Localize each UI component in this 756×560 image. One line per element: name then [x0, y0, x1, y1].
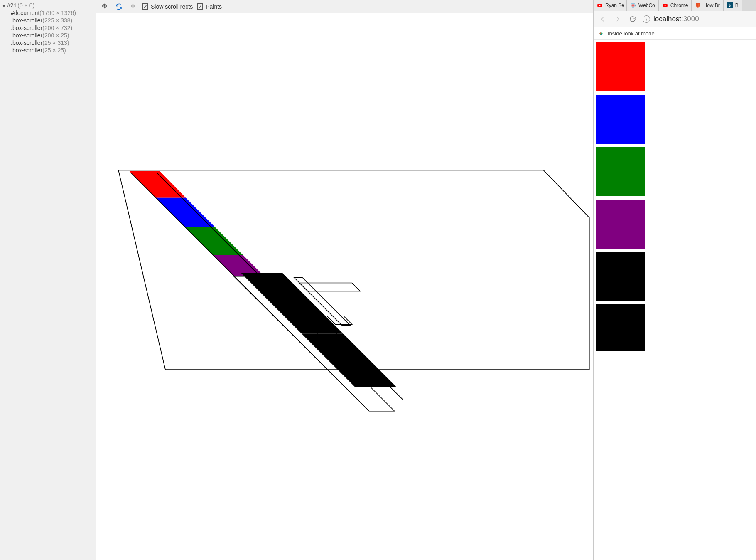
svg-marker-1 — [130, 171, 186, 198]
box-purple — [596, 200, 645, 249]
tree-node-dims: (25 × 25) — [42, 47, 66, 54]
box-blue — [596, 95, 645, 144]
svg-marker-3 — [184, 227, 243, 255]
layers-panel: Slow scroll rects Paints — [96, 0, 593, 560]
rotate-mode-button[interactable] — [114, 2, 124, 12]
box-scroller[interactable] — [596, 252, 658, 351]
box-black — [596, 252, 645, 301]
tree-row[interactable]: .box-scroller(200 × 25) — [11, 32, 96, 39]
tree-node-name: .box-scroller — [11, 25, 42, 31]
svg-marker-23 — [599, 32, 601, 34]
reset-view-button[interactable] — [128, 2, 138, 12]
navbar: i localhost:3000 — [594, 11, 756, 27]
checkbox-icon — [142, 3, 148, 10]
bookmark-favicon — [598, 30, 604, 37]
tree-root-dims: (0 × 0) — [17, 2, 34, 9]
tree-row[interactable]: .box-scroller(225 × 338) — [11, 17, 96, 24]
page-viewport[interactable] — [594, 40, 756, 560]
svg-marker-0 — [118, 170, 589, 370]
tree-node-name: #document — [11, 10, 39, 16]
box-red — [596, 42, 645, 91]
slow-scroll-rects-checkbox[interactable]: Slow scroll rects — [142, 3, 193, 10]
tab[interactable]: How Br — [692, 0, 723, 11]
tab-label: Chrome — [670, 2, 688, 8]
bing-icon — [727, 2, 733, 8]
tree-node-name: .box-scroller — [11, 47, 42, 54]
tree-root-row[interactable]: ▼ #21 (0 × 0) — [1, 2, 96, 9]
tree-node-name: .box-scroller — [11, 32, 42, 39]
url-text: localhost:3000 — [653, 15, 699, 23]
forward-button[interactable] — [613, 14, 623, 24]
tree-row[interactable]: #document(1790 × 1326) — [11, 9, 96, 17]
youtube-icon — [597, 2, 603, 8]
layers-3d-view[interactable] — [96, 13, 593, 560]
checkbox-label: Slow scroll rects — [151, 3, 193, 10]
box-green — [596, 147, 645, 196]
back-button[interactable] — [598, 14, 608, 24]
paints-checkbox[interactable]: Paints — [197, 3, 222, 10]
svg-rect-21 — [727, 2, 733, 8]
tree-node-dims: (25 × 313) — [42, 39, 69, 46]
tab-label: B — [735, 2, 739, 8]
tab[interactable]: B — [724, 0, 742, 11]
layer-tree-panel: ▼ #21 (0 × 0) #document(1790 × 1326) .bo… — [0, 0, 96, 560]
svg-marker-8 — [302, 334, 373, 364]
tab[interactable]: WebCo — [627, 0, 659, 11]
checkbox-icon — [197, 3, 203, 10]
pan-mode-button[interactable] — [100, 2, 110, 12]
tree-node-dims: (225 × 338) — [42, 17, 72, 24]
tree-node-name: .box-scroller — [11, 39, 42, 46]
tab-label: How Br — [703, 2, 719, 8]
browser-window: Ryan Se WebCo Chrome How Br B — [593, 0, 756, 560]
tree-node-dims: (200 × 25) — [42, 32, 69, 39]
tree-row[interactable]: .box-scroller(25 × 313) — [11, 39, 96, 47]
url-port: :3000 — [681, 15, 699, 23]
tab[interactable]: Chrome — [659, 0, 692, 11]
html5-icon — [695, 2, 701, 8]
url-host: localhost — [653, 15, 681, 23]
globe-icon — [630, 2, 636, 8]
address-bar[interactable]: i localhost:3000 — [643, 15, 752, 23]
tree-children: #document(1790 × 1326) .box-scroller(225… — [1, 9, 96, 54]
tree-root-name: #21 — [7, 2, 17, 9]
youtube-icon — [662, 2, 668, 8]
box-black — [596, 304, 645, 351]
bookmark-label[interactable]: Inside look at mode… — [608, 30, 660, 37]
tabstrip: Ryan Se WebCo Chrome How Br B — [594, 0, 756, 11]
tab-label: WebCo — [638, 2, 655, 8]
tab[interactable]: Ryan Se — [594, 0, 627, 11]
tree-node-name: .box-scroller — [11, 17, 42, 24]
caret-down-icon: ▼ — [2, 3, 6, 8]
tab-label: Ryan Se — [605, 2, 624, 8]
layers-toolbar: Slow scroll rects Paints — [96, 0, 593, 13]
svg-marker-24 — [601, 34, 603, 35]
box-column — [596, 42, 756, 351]
box-scroller-content — [596, 252, 658, 351]
tree-row[interactable]: .box-scroller(200 × 732) — [11, 24, 96, 32]
tree-node-dims: (200 × 732) — [42, 25, 72, 31]
bookmarks-bar: Inside look at mode… — [594, 27, 756, 40]
reload-button[interactable] — [628, 14, 638, 24]
tree-node-dims: (1790 × 1326) — [39, 10, 76, 16]
tree-row[interactable]: .box-scroller(25 × 25) — [11, 47, 96, 54]
info-icon: i — [643, 15, 650, 23]
svg-marker-2 — [155, 198, 214, 227]
checkbox-label: Paints — [206, 3, 222, 10]
